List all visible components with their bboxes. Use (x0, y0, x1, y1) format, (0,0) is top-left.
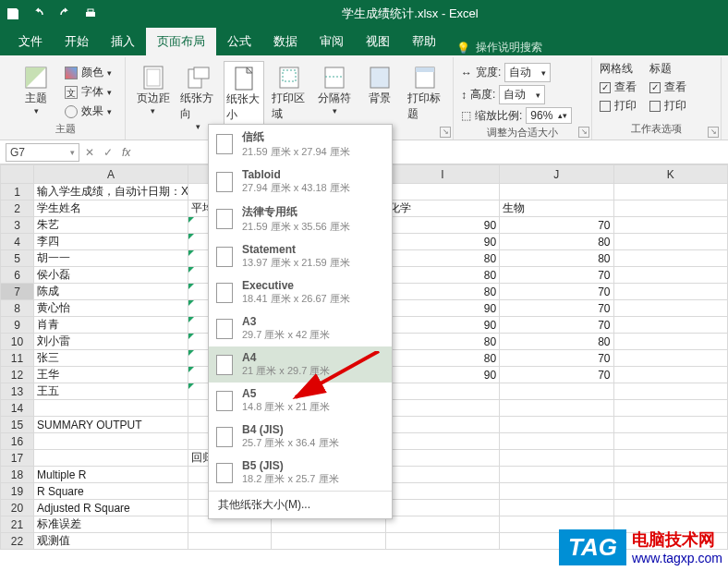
name-box[interactable]: G7▾ (6, 143, 79, 162)
cell[interactable]: 化学 (385, 200, 499, 217)
cell[interactable] (500, 450, 613, 467)
cell[interactable] (385, 433, 499, 450)
redo-icon[interactable] (57, 6, 72, 21)
cell[interactable] (500, 184, 613, 200)
cell[interactable] (613, 483, 728, 500)
cell[interactable]: 刘小雷 (34, 334, 188, 350)
cell[interactable] (500, 400, 613, 417)
tab-view[interactable]: 视图 (355, 28, 401, 55)
row-header[interactable]: 20 (1, 500, 34, 516)
cell[interactable]: 90 (385, 300, 499, 317)
cell[interactable]: 学生姓名 (34, 200, 188, 217)
scale-spinner[interactable]: 96%▴▾ (526, 107, 572, 124)
cell[interactable]: 胡一一 (34, 250, 188, 267)
row-header[interactable]: 16 (1, 433, 34, 450)
width-combo[interactable]: 自动▾ (504, 63, 551, 82)
cell[interactable] (385, 450, 499, 467)
row-header[interactable]: 21 (1, 516, 34, 533)
row-header[interactable]: 3 (1, 217, 34, 234)
cell[interactable] (34, 433, 188, 450)
undo-icon[interactable] (31, 6, 46, 21)
cell[interactable] (385, 400, 499, 417)
cell[interactable] (34, 450, 188, 467)
cell[interactable]: 朱艺 (34, 217, 188, 234)
cell[interactable] (613, 417, 728, 433)
colors-button[interactable]: 颜色▾ (65, 65, 112, 80)
fonts-button[interactable]: 文字体▾ (65, 84, 112, 100)
row-header[interactable]: 14 (1, 400, 34, 417)
paper-size-option[interactable]: A421 厘米 x 29.7 厘米 (209, 346, 392, 383)
cell[interactable]: 肖青 (34, 317, 188, 334)
cell[interactable] (613, 334, 728, 350)
cell[interactable] (500, 383, 613, 400)
tell-me[interactable]: 💡 操作说明搜索 (456, 40, 542, 55)
cancel-formula-icon[interactable]: ✕ (85, 146, 94, 159)
cell[interactable] (613, 250, 728, 267)
tab-help[interactable]: 帮助 (401, 28, 447, 55)
paper-size-option[interactable]: 法律专用纸21.59 厘米 x 35.56 厘米 (209, 200, 392, 238)
column-header[interactable] (1, 165, 34, 184)
cell[interactable] (500, 433, 613, 450)
cell[interactable] (613, 317, 728, 334)
cell[interactable]: Multiple R (34, 467, 188, 483)
column-header[interactable]: K (613, 165, 728, 184)
tab-insert[interactable]: 插入 (100, 28, 146, 55)
cell[interactable]: 90 (385, 317, 499, 334)
cell[interactable]: 张三 (34, 350, 188, 367)
cell[interactable] (385, 383, 499, 400)
cell[interactable]: SUMMARY OUTPUT (34, 417, 188, 433)
cell[interactable]: 70 (500, 217, 613, 234)
paper-size-menu[interactable]: 信纸21.59 厘米 x 27.94 厘米 Tabloid27.94 厘米 x … (208, 124, 393, 519)
cell[interactable] (385, 184, 499, 200)
row-header[interactable]: 8 (1, 300, 34, 317)
cell[interactable]: 90 (385, 367, 499, 383)
cell[interactable]: 80 (500, 334, 613, 350)
paper-size-option[interactable]: B4 (JIS)25.7 厘米 x 36.4 厘米 (209, 419, 392, 455)
tab-formulas[interactable]: 公式 (216, 28, 262, 55)
cell[interactable]: 80 (385, 267, 499, 284)
cell[interactable] (613, 433, 728, 450)
orientation-button[interactable]: 纸张方向▾ (178, 61, 218, 131)
page-setup-launcher[interactable]: ↘ (440, 127, 451, 138)
row-header[interactable]: 17 (1, 450, 34, 467)
cell[interactable] (613, 217, 728, 234)
themes-button[interactable]: 主题 ▾ (13, 61, 59, 115)
cell[interactable] (500, 483, 613, 500)
cell[interactable] (613, 184, 728, 200)
cell[interactable]: 70 (500, 350, 613, 367)
tab-home[interactable]: 开始 (54, 28, 100, 55)
cell[interactable]: 输入学生成绩，自动计日期：X (34, 184, 188, 200)
cell[interactable]: 80 (385, 350, 499, 367)
paper-size-option[interactable]: A329.7 厘米 x 42 厘米 (209, 310, 392, 346)
row-header[interactable]: 6 (1, 267, 34, 284)
cell[interactable]: 70 (500, 267, 613, 284)
cell[interactable]: 李四 (34, 234, 188, 250)
row-header[interactable]: 18 (1, 467, 34, 483)
gridlines-view-check[interactable]: ✓查看 (600, 79, 637, 95)
cell[interactable]: 80 (385, 250, 499, 267)
margins-button[interactable]: 页边距▾ (133, 61, 173, 115)
cell[interactable]: 黄心怡 (34, 300, 188, 317)
cell[interactable] (385, 516, 499, 533)
gridlines-print-check[interactable]: 打印 (600, 98, 637, 114)
row-header[interactable]: 22 (1, 533, 34, 550)
row-header[interactable]: 19 (1, 483, 34, 500)
column-header[interactable]: I (385, 165, 499, 184)
cell[interactable]: 70 (500, 300, 613, 317)
cell[interactable]: 80 (385, 284, 499, 300)
cell[interactable] (385, 500, 499, 516)
sheet-options-launcher[interactable]: ↘ (708, 127, 719, 138)
paper-size-option[interactable]: B5 (JIS)18.2 厘米 x 25.7 厘米 (209, 455, 392, 491)
tab-data[interactable]: 数据 (262, 28, 309, 55)
row-header[interactable]: 7 (1, 284, 34, 300)
headings-print-check[interactable]: 打印 (649, 98, 686, 114)
paper-size-button[interactable]: 纸张大小▾ (224, 61, 263, 133)
cell[interactable] (613, 267, 728, 284)
cell[interactable]: 王五 (34, 383, 188, 400)
print-titles-button[interactable]: 打印标题 (406, 61, 445, 122)
cell[interactable]: 陈成 (34, 284, 188, 300)
scale-launcher[interactable]: ↘ (578, 127, 589, 138)
background-button[interactable]: 背景 (360, 61, 400, 106)
row-header[interactable]: 4 (1, 234, 34, 250)
cell[interactable] (385, 417, 499, 433)
